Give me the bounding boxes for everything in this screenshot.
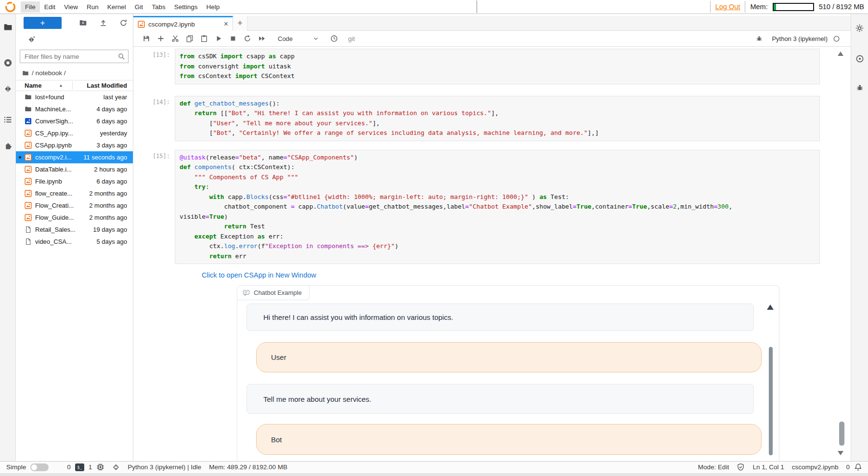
file-name: Flow_Creati... [35,202,74,209]
git-toolbar-label[interactable]: git [348,35,355,42]
column-last-modified[interactable]: Last Modified [87,82,133,89]
file-row[interactable]: flow_create...2 months ago [16,187,133,199]
fast-forward-button[interactable] [255,32,269,45]
debugger-bug-icon[interactable] [752,32,766,45]
kernel-chip-icon[interactable] [96,463,104,471]
save-button[interactable] [139,32,154,45]
file-row[interactable]: Retail_Sales...19 days ago [16,224,133,236]
cursor-position[interactable]: Ln 1, Col 1 [752,463,784,471]
file-row[interactable]: CS_App.ipy...yesterday [16,127,133,139]
copy-button[interactable] [182,32,197,45]
running-sessions-icon[interactable] [2,57,13,68]
menu-bar: FileEditViewRunKernelGitTabsSettingsHelp… [0,0,868,14]
file-browser-icon[interactable] [2,22,13,32]
notebook-blue-icon [25,118,32,125]
chatbot-header: Chatbot Example [237,286,310,300]
simple-mode-toggle[interactable] [30,463,49,471]
refresh-icon[interactable] [118,18,128,28]
add-cell-button[interactable] [154,32,168,45]
cell-prompt: [15]: [133,150,175,264]
column-name[interactable]: Name [16,82,41,89]
workspace: + [0,14,868,461]
file-row[interactable]: lost+foundlast year [16,91,133,103]
menu-item-kernel[interactable]: Kernel [103,1,130,13]
file-list-header: Name ▲ Last Modified [16,80,133,91]
run-button[interactable] [211,32,226,45]
chat-role-bubble: User [256,342,762,372]
mode-indicator[interactable]: Mode: Edit [698,463,729,471]
status-filename[interactable]: cscompv2.ipynb [792,463,839,471]
stop-button[interactable] [226,32,240,45]
code-line: @uitask(release="beta", name="CSApp_Comp… [180,153,815,163]
new-folder-icon[interactable] [78,18,88,28]
file-modified: last year [104,93,133,101]
menu-item-run[interactable]: Run [82,1,103,13]
notebook-icon [25,202,32,209]
menu-item-git[interactable]: Git [130,1,147,13]
restart-button[interactable] [240,32,255,45]
terminal-count-a[interactable]: 0 [67,463,71,471]
settings-icon[interactable] [855,23,865,33]
menu-item-settings[interactable]: Settings [170,1,202,13]
kernel-status-text[interactable]: Python 3 (ipykernel) | Idle [128,463,201,471]
paste-button[interactable] [197,32,211,45]
chat-scroll-up-icon[interactable] [767,304,774,310]
cut-button[interactable] [168,32,182,45]
file-row[interactable]: ConverSigh...6 days ago [16,115,133,127]
file-row[interactable]: Flow_Guide...2 months ago [16,212,133,224]
new-tab-button[interactable]: + [233,16,247,31]
menu-item-tabs[interactable]: Tabs [147,1,170,13]
cell-editor[interactable]: def get_chatbot_messages(): return [["Bo… [175,96,820,141]
breadcrumb[interactable]: / notebook / [16,66,133,80]
property-inspector-icon[interactable] [855,53,865,64]
file-filter-input[interactable] [20,50,128,63]
file-row[interactable]: File.ipynb6 days ago [16,175,133,187]
cell-type-select[interactable]: Code [275,34,322,44]
table-of-contents-icon[interactable] [2,114,13,125]
git-status-icon[interactable] [112,463,120,471]
chat-message-bubble: Tell me more about your services. [246,384,754,414]
scrollbar-up-icon[interactable] [838,52,843,56]
open-csapp-link[interactable]: Click to open CSApp in New Window [202,271,316,279]
logout-button[interactable]: Log Out [715,3,740,11]
bell-icon[interactable] [854,463,862,471]
chat-scrollbar-thumb[interactable] [769,347,773,455]
chat-message-text: Bot [271,436,282,444]
code-line: return Test [180,222,815,232]
kernel-count[interactable]: 1 [89,463,92,471]
kernel-status-icon[interactable] [833,35,840,42]
toolbar-buttons [139,32,269,45]
scrollbar-thumb[interactable] [839,422,844,446]
file-row[interactable]: MachineLe...4 days ago [16,103,133,115]
trust-shield-icon[interactable] [737,463,745,471]
upload-icon[interactable] [98,18,108,28]
memory-value: 510 / 8192 MB [819,3,864,11]
menu-item-file[interactable]: File [21,1,40,13]
kernel-name[interactable]: Python 3 (ipykernel) [772,35,828,42]
notification-count[interactable]: 0 [846,463,850,471]
file-row[interactable]: CSApp.ipynb3 days ago [16,139,133,151]
extension-manager-icon[interactable] [2,141,13,152]
debugger-icon[interactable] [855,82,865,93]
terminal-icon[interactable]: $_ [75,463,84,471]
cell-editor[interactable]: from csSDK import csapp as cappfrom conv… [175,49,820,84]
file-modified: 6 days ago [96,178,133,185]
history-icon[interactable] [327,32,341,45]
tab-close-icon[interactable]: × [224,20,228,28]
cell-editor[interactable]: @uitask(release="beta", name="CSApp_Comp… [175,150,820,264]
new-launcher-button[interactable]: + [24,17,62,29]
file-row[interactable]: DataTable.i...2 hours ago [16,163,133,175]
menu-item-edit[interactable]: Edit [40,1,60,13]
git-clone-icon[interactable] [26,35,36,44]
file-row[interactable]: Flow_Creati...2 months ago [16,199,133,212]
tab-cscompv2[interactable]: cscompv2.ipynb × [133,16,233,31]
breadcrumb-path[interactable]: / notebook / [32,69,66,77]
menu-item-view[interactable]: View [60,1,82,13]
scrollbar-down-icon[interactable] [838,451,843,455]
jupyterlab-window: FileEditViewRunKernelGitTabsSettingsHelp… [0,0,868,476]
file-row[interactable]: cscompv2.i...11 seconds ago [16,151,133,163]
menu-item-help[interactable]: Help [202,1,224,13]
file-row[interactable]: video_CSA...5 days ago [16,236,133,248]
git-icon[interactable] [2,83,13,94]
column-divider[interactable] [72,81,73,90]
